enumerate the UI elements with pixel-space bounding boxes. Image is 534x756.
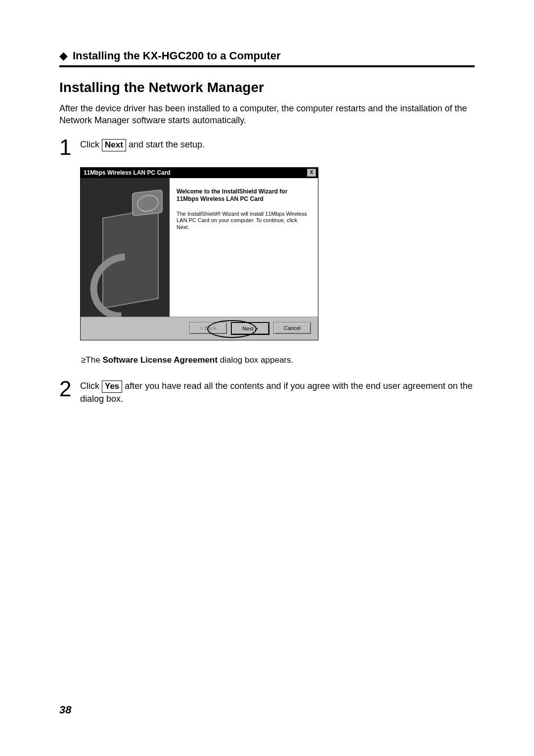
dialog-content: Welcome to the InstallShield Wizard for … (170, 178, 318, 317)
step-text-post: and start the setup. (129, 140, 205, 149)
dialog-body-text: The InstallShield® Wizard will install 1… (177, 211, 309, 231)
chapter-header: ◆ Installing the KX-HGC200 to a Computer (59, 49, 475, 67)
step-text: Click Yes after you have read all the co… (80, 378, 475, 405)
step-text-pre: Click (80, 381, 102, 391)
back-button: < Back (189, 322, 227, 334)
cancel-button[interactable]: Cancel (273, 322, 311, 334)
step-number: 1 (59, 137, 73, 158)
note-pre: The (86, 355, 102, 365)
bullet-icon: ≥ (81, 355, 86, 365)
next-button[interactable]: Next > (231, 322, 269, 335)
dialog-titlebar: 11Mbps Wireless LAN PC Card X (81, 168, 318, 178)
step-text-pre: Click (80, 140, 102, 149)
dialog-sidebar-graphic (81, 178, 170, 317)
dialog-footer: < Back Next > Cancel (81, 317, 318, 340)
dialog-title: 11Mbps Wireless LAN PC Card (84, 169, 171, 176)
dialog-screenshot: 11Mbps Wireless LAN PC Card X Welcome to… (80, 167, 475, 340)
step-2: 2 Click Yes after you have read all the … (59, 378, 475, 405)
step-number: 2 (59, 378, 73, 405)
page-number: 38 (59, 704, 71, 716)
step-text: Click Next and start the setup. (80, 137, 205, 158)
step-1: 1 Click Next and start the setup. (59, 137, 475, 158)
arrow-icon: ◆ (59, 49, 68, 62)
step-text-post: after you have read all the contents and… (80, 381, 473, 404)
section-intro: After the device driver has been install… (59, 102, 475, 127)
section-title: Installing the Network Manager (59, 80, 475, 95)
close-icon[interactable]: X (307, 169, 316, 177)
yes-button-label: Yes (102, 380, 122, 393)
note-bold: Software License Agreement (102, 355, 218, 365)
next-button-label: Next (102, 139, 126, 151)
note-line: ≥The Software License Agreement dialog b… (81, 355, 475, 365)
dialog-heading: Welcome to the InstallShield Wizard for … (177, 188, 309, 203)
chapter-title: Installing the KX-HGC200 to a Computer (73, 49, 281, 62)
note-post: dialog box appears. (218, 355, 293, 365)
